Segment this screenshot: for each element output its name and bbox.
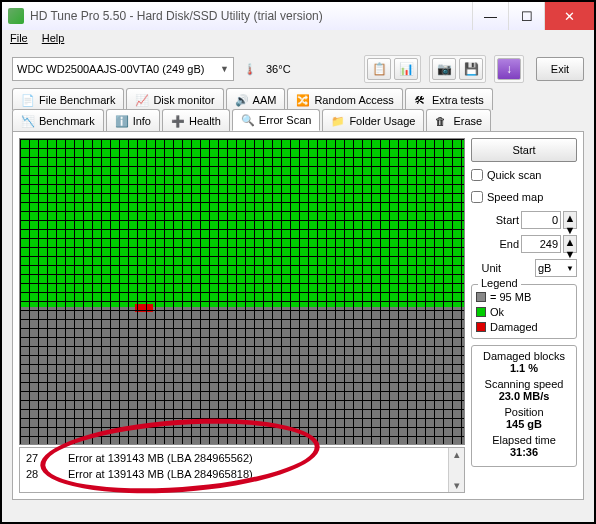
tab-erase[interactable]: 🗑Erase bbox=[426, 109, 491, 131]
chart-icon: 📈 bbox=[135, 94, 149, 106]
menu-file[interactable]: File bbox=[10, 32, 28, 48]
temperature-value: 36°C bbox=[266, 63, 291, 75]
search-icon: 🔍 bbox=[241, 114, 255, 126]
scrollbar[interactable]: ▴▾ bbox=[448, 448, 464, 492]
drive-select-value: WDC WD2500AAJS-00VTA0 (249 gB) bbox=[17, 63, 204, 75]
titlebar: HD Tune Pro 5.50 - Hard Disk/SSD Utility… bbox=[2, 2, 594, 30]
scan-grid bbox=[19, 138, 465, 445]
menubar: File Help bbox=[2, 30, 594, 50]
tab-benchmark[interactable]: 📉Benchmark bbox=[12, 109, 104, 131]
end-label: End bbox=[489, 238, 519, 250]
window-title: HD Tune Pro 5.50 - Hard Disk/SSD Utility… bbox=[30, 9, 472, 23]
legend-box: Legend = 95 MB Ok Damaged bbox=[471, 284, 577, 339]
close-button[interactable]: ✕ bbox=[544, 2, 594, 30]
health-icon: ➕ bbox=[171, 115, 185, 127]
toolbar: WDC WD2500AAJS-00VTA0 (249 gB) ▼ 🌡️ 36°C… bbox=[2, 50, 594, 88]
tab-info[interactable]: ℹ️Info bbox=[106, 109, 160, 131]
maximize-button[interactable]: ☐ bbox=[508, 2, 544, 30]
start-input[interactable] bbox=[521, 211, 561, 229]
content-pane: 27Error at 139143 MB (LBA 284965562) 28E… bbox=[12, 131, 584, 500]
list-item[interactable]: 27Error at 139143 MB (LBA 284965562) bbox=[26, 450, 442, 466]
random-icon: 🔀 bbox=[296, 94, 310, 106]
start-button[interactable]: Start bbox=[471, 138, 577, 162]
tab-file-benchmark[interactable]: 📄File Benchmark bbox=[12, 88, 124, 110]
save-button[interactable]: 💾 bbox=[459, 58, 483, 80]
app-icon bbox=[8, 8, 24, 24]
chevron-down-icon: ▼ bbox=[566, 264, 574, 273]
quick-scan-checkbox[interactable]: Quick scan bbox=[471, 166, 577, 184]
tab-error-scan[interactable]: 🔍Error Scan bbox=[232, 109, 321, 131]
drive-select[interactable]: WDC WD2500AAJS-00VTA0 (249 gB) ▼ bbox=[12, 57, 234, 81]
block-swatch bbox=[476, 292, 486, 302]
tab-disk-monitor[interactable]: 📈Disk monitor bbox=[126, 88, 223, 110]
folder-icon: 📁 bbox=[331, 115, 345, 127]
copy-info-button[interactable]: 📋 bbox=[367, 58, 391, 80]
file-icon: 📄 bbox=[21, 94, 35, 106]
info-icon: ℹ️ bbox=[115, 115, 129, 127]
tab-random-access[interactable]: 🔀Random Access bbox=[287, 88, 402, 110]
minimize-button[interactable]: — bbox=[472, 2, 508, 30]
end-input[interactable] bbox=[521, 235, 561, 253]
tab-aam[interactable]: 🔊AAM bbox=[226, 88, 286, 110]
ok-swatch bbox=[476, 307, 486, 317]
trash-icon: 🗑 bbox=[435, 115, 449, 127]
tab-extra-tests[interactable]: 🛠Extra tests bbox=[405, 88, 493, 110]
tab-folder-usage[interactable]: 📁Folder Usage bbox=[322, 109, 424, 131]
list-item[interactable]: 28Error at 139143 MB (LBA 284965818) bbox=[26, 466, 442, 482]
stats-box: Damaged blocks 1.1 % Scanning speed 23.0… bbox=[471, 345, 577, 467]
exit-button[interactable]: Exit bbox=[536, 57, 584, 81]
screenshot-button[interactable]: 📷 bbox=[432, 58, 456, 80]
options-button[interactable]: ↓ bbox=[497, 58, 521, 80]
unit-select[interactable]: gB▼ bbox=[535, 259, 577, 277]
damaged-swatch bbox=[476, 322, 486, 332]
chevron-down-icon: ▼ bbox=[220, 64, 229, 74]
thermometer-icon: 🌡️ bbox=[242, 58, 258, 80]
start-spinner[interactable]: ▲▼ bbox=[563, 211, 577, 229]
copy-chart-button[interactable]: 📊 bbox=[394, 58, 418, 80]
speaker-icon: 🔊 bbox=[235, 94, 249, 106]
gauge-icon: 📉 bbox=[21, 115, 35, 127]
error-list: 27Error at 139143 MB (LBA 284965562) 28E… bbox=[19, 447, 465, 493]
end-spinner[interactable]: ▲▼ bbox=[563, 235, 577, 253]
tab-health[interactable]: ➕Health bbox=[162, 109, 230, 131]
speed-map-checkbox[interactable]: Speed map bbox=[471, 188, 577, 206]
start-label: Start bbox=[489, 214, 519, 226]
menu-help[interactable]: Help bbox=[42, 32, 65, 48]
tools-icon: 🛠 bbox=[414, 94, 428, 106]
unit-label: Unit bbox=[471, 262, 501, 274]
